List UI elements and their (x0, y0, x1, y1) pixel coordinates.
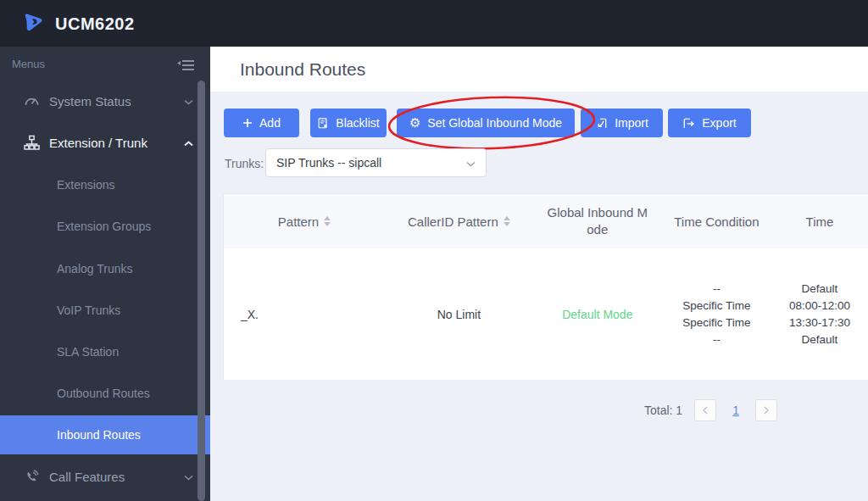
sidebar-item-label: SLA Station (57, 345, 119, 359)
blacklist-icon (317, 117, 329, 130)
chevron-down-icon (184, 469, 193, 484)
sidebar-item-outbound-routes[interactable]: Outbound Routes (0, 374, 210, 413)
ucm-admin-app: UCM6202 Menus System Status (0, 0, 868, 501)
trunks-filter-label: Trunks: (225, 157, 264, 170)
column-label: Time Condition (674, 214, 759, 229)
add-button-label: Add (259, 116, 281, 130)
chevron-up-icon (184, 135, 193, 150)
sidebar-item-label: Inbound Routes (57, 428, 141, 442)
time-line: 08:00-12:00 (771, 298, 868, 315)
sidebar-item-label: System Status (49, 94, 131, 109)
table-header-row: Pattern CallerID Pattern Global Inbound … (224, 194, 868, 248)
export-button[interactable]: Export (668, 109, 751, 137)
sidebar-item-label: Call Features (49, 470, 125, 484)
export-button-label: Export (702, 116, 736, 130)
page-title: Inbound Routes (240, 59, 365, 80)
sidebar-item-extension-groups[interactable]: Extension Groups (0, 207, 210, 246)
menus-header: Menus (0, 53, 210, 77)
column-header-callerid-pattern[interactable]: CallerID Pattern (385, 214, 533, 229)
sidebar: Menus System Status (0, 47, 210, 501)
chevron-down-icon (184, 93, 193, 109)
cell-callerid-pattern: No Limit (385, 308, 533, 321)
cell-pattern: _X. (224, 308, 385, 321)
column-label: CallerID Pattern (408, 214, 498, 229)
pagination: Total: 1 1 (644, 398, 777, 422)
page-number-current[interactable]: 1 (732, 404, 740, 417)
prev-page-button[interactable] (694, 399, 716, 421)
set-global-inbound-mode-button[interactable]: ⚙ Set Global Inbound Mode (397, 109, 575, 137)
trunks-select[interactable]: SIP Trunks -- sipcall (265, 148, 487, 177)
inbound-routes-table: Pattern CallerID Pattern Global Inbound … (223, 193, 868, 380)
sidebar-item-label: Extension Groups (57, 220, 151, 233)
import-icon (595, 117, 608, 130)
chevron-down-icon (466, 156, 476, 170)
column-header-time-condition: Time Condition (662, 214, 771, 229)
sidebar-item-inbound-routes[interactable]: Inbound Routes (0, 415, 210, 454)
column-label: Global Inbound Mode (546, 204, 649, 239)
column-header-global-inbound-mode: Global Inbound Mode (533, 204, 662, 239)
sidebar-item-call-features[interactable]: Call Features (0, 457, 210, 496)
topbar: UCM6202 (0, 0, 868, 47)
sidebar-item-label: Analog Trunks (57, 262, 133, 276)
blacklist-button[interactable]: Blacklist (310, 109, 387, 137)
blacklist-button-label: Blacklist (336, 116, 379, 130)
menus-label: Menus (12, 58, 45, 70)
sidebar-item-label: Extension / Trunk (49, 136, 147, 150)
sidebar-item-extension-trunk[interactable]: Extension / Trunk (0, 123, 210, 162)
gear-icon: ⚙ (409, 117, 420, 130)
sidebar-item-label: VoIP Trunks (57, 303, 120, 317)
time-condition-line: Specific Time (662, 298, 771, 315)
time-line: Default (771, 281, 868, 298)
trunks-select-value: SIP Trunks -- sipcall (276, 156, 381, 170)
set-global-inbound-mode-label: Set Global Inbound Mode (427, 116, 562, 130)
sidebar-item-extensions[interactable]: Extensions (0, 165, 210, 204)
cell-time: Default 08:00-12:00 13:30-17:30 Default (771, 281, 868, 348)
import-button-label: Import (615, 116, 648, 130)
time-line: Default (771, 331, 868, 348)
column-header-time: Time (771, 214, 868, 229)
sidebar-item-sla-station[interactable]: SLA Station (0, 332, 210, 371)
add-button[interactable]: Add (224, 109, 299, 137)
brand: UCM6202 (22, 11, 135, 37)
phone-icon (23, 468, 40, 485)
next-page-button[interactable] (755, 399, 777, 421)
time-condition-line: -- (662, 331, 771, 348)
column-header-pattern[interactable]: Pattern (224, 214, 385, 229)
time-line: 13:30-17:30 (771, 315, 868, 331)
sidebar-item-analog-trunks[interactable]: Analog Trunks (0, 249, 210, 288)
sidebar-collapse-icon[interactable] (176, 58, 195, 75)
export-icon (682, 117, 695, 130)
device-model-title: UCM6202 (55, 14, 135, 34)
table-row[interactable]: _X. No Limit Default Mode -- Specific Ti… (224, 248, 868, 380)
import-button[interactable]: Import (581, 109, 663, 137)
sidebar-scrollbar[interactable] (198, 81, 205, 501)
cell-time-condition: -- Specific Time Specific Time -- (662, 281, 771, 348)
sidebar-item-label: Outbound Routes (57, 387, 150, 400)
sitemap-icon (23, 134, 40, 151)
total-count-label: Total: 1 (644, 404, 682, 417)
sort-icon[interactable] (324, 216, 331, 226)
time-condition-line: -- (662, 281, 771, 298)
column-label: Time (806, 214, 834, 229)
column-label: Pattern (278, 214, 319, 229)
gauge-icon (23, 92, 40, 109)
time-condition-line: Specific Time (662, 315, 771, 331)
cell-global-inbound-mode: Default Mode (533, 308, 662, 321)
sidebar-item-voip-trunks[interactable]: VoIP Trunks (0, 291, 210, 330)
plus-icon (242, 118, 253, 128)
grandstream-logo-icon (22, 11, 45, 37)
sort-icon[interactable] (504, 216, 510, 226)
sidebar-item-system-status[interactable]: System Status (0, 81, 210, 120)
sidebar-item-label: Extensions (57, 178, 114, 192)
